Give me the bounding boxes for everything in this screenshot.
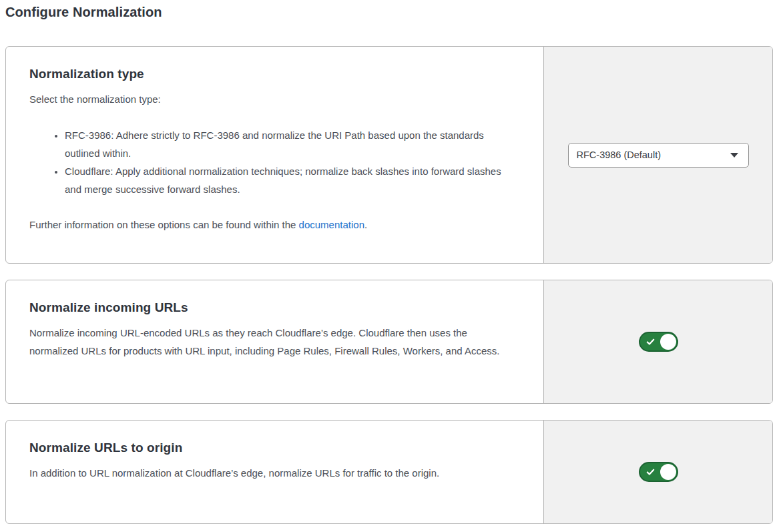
normalize-urls-to-origin-control-panel (543, 421, 772, 523)
check-icon (645, 467, 656, 477)
normalization-type-select[interactable]: RFC-3986 (Default) (568, 143, 749, 168)
footer-prefix: Further information on these options can… (29, 219, 299, 230)
normalization-type-options-list: RFC-3986: Adhere strictly to RFC-3986 an… (29, 126, 517, 198)
normalize-incoming-urls-control-panel (543, 280, 772, 403)
normalize-urls-to-origin-content: Normalize URLs to origin In addition to … (6, 421, 543, 523)
normalization-type-content: Normalization type Select the normalizat… (6, 47, 543, 263)
documentation-link[interactable]: documentation (299, 219, 364, 230)
normalization-type-heading: Normalization type (29, 67, 517, 81)
normalize-incoming-urls-description: Normalize incoming URL-encoded URLs as t… (29, 324, 517, 360)
normalize-urls-to-origin-toggle[interactable] (639, 462, 678, 482)
caret-down-icon (730, 153, 738, 158)
footer-suffix: . (364, 219, 367, 230)
normalization-type-control-panel: RFC-3986 (Default) (543, 47, 772, 263)
select-value: RFC-3986 (Default) (577, 150, 662, 160)
normalize-incoming-urls-card: Normalize incoming URLs Normalize incomi… (5, 280, 773, 404)
list-item-rfc3986: RFC-3986: Adhere strictly to RFC-3986 an… (65, 126, 509, 162)
normalize-incoming-urls-heading: Normalize incoming URLs (29, 300, 517, 315)
list-item-cloudflare: Cloudflare: Apply additional normalizati… (65, 162, 509, 198)
check-icon (645, 337, 656, 347)
further-information-text: Further information on these options can… (29, 216, 517, 234)
normalization-type-card: Normalization type Select the normalizat… (5, 46, 773, 264)
normalization-type-intro: Select the normalization type: (29, 90, 517, 108)
normalize-urls-to-origin-card: Normalize URLs to origin In addition to … (5, 420, 773, 524)
normalize-urls-to-origin-description: In addition to URL normalization at Clou… (29, 464, 500, 482)
normalize-urls-to-origin-heading: Normalize URLs to origin (29, 441, 517, 455)
normalize-incoming-urls-content: Normalize incoming URLs Normalize incomi… (6, 280, 543, 403)
normalize-incoming-urls-toggle[interactable] (639, 332, 678, 352)
toggle-knob (660, 464, 676, 480)
configure-normalization-page: Configure Normalization Normalization ty… (0, 0, 779, 532)
toggle-knob (660, 334, 676, 350)
page-title: Configure Normalization (5, 5, 162, 20)
